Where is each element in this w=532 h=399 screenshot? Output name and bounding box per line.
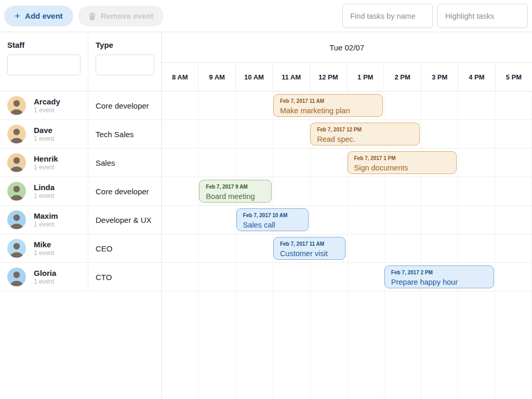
avatar: [7, 210, 26, 229]
event-title: Make marketing plan: [280, 105, 376, 116]
type-filter-input[interactable]: [96, 55, 154, 75]
type-cell: Sales: [88, 149, 161, 177]
event-bar[interactable]: Feb 7, 2017 2 PMPrepare happy hour: [384, 265, 494, 288]
event-bar[interactable]: Feb 7, 2017 12 PMRead spec.: [310, 123, 420, 145]
staff-cell: Henrik1 event: [0, 149, 88, 177]
hour-header-cell: 9 AM: [198, 63, 235, 91]
resource-event-count: 1 event: [34, 107, 60, 114]
hour-header: 8 AM9 AM10 AM11 AM12 PM1 PM2 PM3 PM4 PM5…: [162, 63, 532, 91]
resource-event-count: 1 event: [34, 135, 54, 143]
resource-row[interactable]: Gloria1 eventCTO: [0, 263, 161, 291]
staff-cell: Linda1 event: [0, 177, 88, 205]
event-title: Sign documents: [354, 163, 450, 173]
toolbar: + Add event Remove event: [0, 0, 532, 32]
event-date-label: Feb 7, 2017 9 AM: [206, 183, 265, 190]
staff-cell: Dave1 event: [0, 120, 88, 148]
hour-header-cell: 10 AM: [235, 63, 272, 91]
resource-panel-header: Staff Type: [0, 32, 161, 91]
staff-cell: Arcady1 event: [0, 91, 88, 119]
avatar: [7, 153, 26, 172]
event-date-label: Feb 7, 2017 1 PM: [354, 155, 450, 162]
resource-name: Linda: [34, 183, 55, 192]
hour-header-cell: 2 PM: [383, 63, 420, 91]
scheduler-app: + Add event Remove event Staff: [0, 0, 532, 399]
resource-panel: Staff Type Arcady1 eventCore developerDa…: [0, 32, 162, 399]
resource-event-count: 1 event: [34, 192, 55, 200]
resource-rows: Arcady1 eventCore developerDave1 eventTe…: [0, 91, 161, 291]
resource-row[interactable]: Linda1 eventCore developer: [0, 177, 161, 206]
event-date-label: Feb 7, 2017 12 PM: [317, 126, 413, 133]
staff-filter-input[interactable]: [7, 55, 81, 75]
event-title: Prepare happy hour: [391, 277, 487, 287]
event-bar[interactable]: Feb 7, 2017 9 AMBoard meeting: [199, 180, 272, 203]
staff-cell: Maxim1 event: [0, 206, 88, 234]
resource-event-count: 1 event: [34, 221, 58, 229]
type-cell: Core developer: [88, 177, 161, 205]
event-bar[interactable]: Feb 7, 2017 11 AMCustomer visit: [273, 237, 346, 260]
resource-name: Henrik: [34, 154, 58, 164]
event-title: Board meeting: [206, 191, 265, 202]
avatar: [7, 96, 26, 115]
resource-event-count: 1 event: [34, 249, 54, 257]
trash-icon: [88, 12, 96, 20]
staff-cell: Gloria1 event: [0, 263, 88, 291]
resource-row[interactable]: Maxim1 eventDeveloper & UX: [0, 206, 161, 234]
hour-header-cell: 8 AM: [162, 63, 198, 91]
type-cell: CEO: [88, 234, 161, 262]
staff-cell: Mike1 event: [0, 234, 88, 262]
event-bar[interactable]: Feb 7, 2017 1 PMSign documents: [348, 151, 457, 174]
event-date-label: Feb 7, 2017 2 PM: [391, 269, 487, 276]
type-column-header: Type: [88, 32, 161, 91]
resource-event-count: 1 event: [34, 164, 58, 171]
resource-row[interactable]: Henrik1 eventSales: [0, 149, 161, 177]
hour-header-cell: 3 PM: [421, 63, 458, 91]
remove-event-button[interactable]: Remove event: [78, 6, 164, 26]
resource-row[interactable]: Dave1 eventTech Sales: [0, 120, 161, 149]
highlight-tasks-input[interactable]: [437, 4, 528, 28]
resource-row[interactable]: Arcady1 eventCore developer: [0, 91, 161, 120]
type-column-label: Type: [96, 41, 161, 49]
event-date-label: Feb 7, 2017 11 AM: [280, 98, 376, 104]
avatar: [7, 239, 26, 258]
find-tasks-input[interactable]: [342, 4, 433, 28]
add-event-label: Add event: [25, 11, 63, 20]
avatar: [7, 125, 26, 143]
resource-name: Arcady: [34, 97, 60, 107]
event-layer: Feb 7, 2017 11 AMMake marketing planFeb …: [162, 91, 532, 399]
type-cell: CTO: [88, 263, 161, 291]
hour-header-cell: 12 PM: [310, 63, 347, 91]
avatar: [7, 182, 26, 201]
resource-name: Dave: [34, 126, 54, 135]
timeline: Tue 02/07 8 AM9 AM10 AM11 AM12 PM1 PM2 P…: [162, 32, 532, 399]
event-title: Sales call: [243, 220, 302, 230]
plus-icon: +: [15, 11, 20, 21]
resource-name: Gloria: [34, 269, 56, 278]
type-cell: Tech Sales: [88, 120, 161, 148]
type-cell: Developer & UX: [88, 206, 161, 234]
type-cell: Core developer: [88, 91, 161, 119]
event-title: Read spec.: [317, 134, 413, 144]
day-header: Tue 02/07: [162, 32, 532, 63]
resource-name: Mike: [34, 240, 54, 249]
hour-header-cell: 4 PM: [458, 63, 495, 91]
resource-row[interactable]: Mike1 eventCEO: [0, 234, 161, 263]
add-event-button[interactable]: + Add event: [4, 6, 73, 26]
avatar: [7, 268, 26, 286]
staff-column-header: Staff: [0, 32, 88, 91]
hour-header-cell: 11 AM: [272, 63, 309, 91]
staff-column-label: Staff: [7, 41, 88, 49]
scheduler-main: Staff Type Arcady1 eventCore developerDa…: [0, 32, 532, 399]
event-bar[interactable]: Feb 7, 2017 10 AMSales call: [236, 208, 309, 231]
event-date-label: Feb 7, 2017 10 AM: [243, 212, 302, 219]
timeline-body: Feb 7, 2017 11 AMMake marketing planFeb …: [162, 91, 532, 399]
event-bar[interactable]: Feb 7, 2017 11 AMMake marketing plan: [273, 94, 383, 117]
resource-name: Maxim: [34, 211, 58, 221]
hour-header-cell: 1 PM: [347, 63, 383, 91]
event-date-label: Feb 7, 2017 11 AM: [280, 241, 339, 247]
resource-event-count: 1 event: [34, 278, 56, 286]
remove-event-label: Remove event: [101, 11, 154, 20]
event-title: Customer visit: [280, 248, 339, 259]
hour-header-cell: 5 PM: [495, 63, 532, 91]
